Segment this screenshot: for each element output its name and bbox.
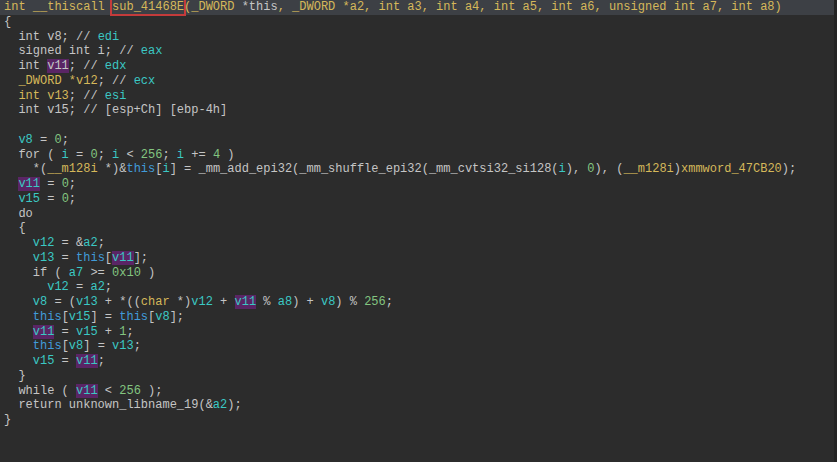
code-token[interactable]: ; xyxy=(69,192,76,206)
function-name-annotated-box[interactable]: sub_41468E xyxy=(112,0,184,14)
code-token[interactable]: *( xyxy=(4,162,47,176)
code-token[interactable]: while ( xyxy=(4,384,76,398)
code-token[interactable]: _DWORD *v12 xyxy=(18,74,97,88)
code-token[interactable]: ]; xyxy=(134,251,148,265)
code-line[interactable]: v15 = v11; xyxy=(0,354,834,369)
code-line[interactable]: } xyxy=(0,369,834,384)
code-token[interactable]: < xyxy=(98,384,120,398)
code-token[interactable]: v12 xyxy=(47,280,69,294)
code-token[interactable]: return unknown_libname_19(& xyxy=(4,398,213,412)
code-token[interactable] xyxy=(4,251,33,265)
code-token[interactable]: = xyxy=(33,133,55,147)
code-token[interactable]: v8 xyxy=(69,339,83,353)
code-token[interactable]: = xyxy=(40,192,62,206)
code-token[interactable] xyxy=(4,74,18,88)
code-token[interactable]: v8 xyxy=(33,295,47,309)
code-token[interactable] xyxy=(4,89,18,103)
code-token[interactable]: *) xyxy=(170,295,192,309)
code-token[interactable]: ) xyxy=(141,266,155,280)
code-token[interactable]: if ( xyxy=(4,266,69,280)
code-line[interactable]: v8 = 0; xyxy=(0,133,834,148)
code-token[interactable] xyxy=(4,295,33,309)
code-token[interactable]: ] = xyxy=(83,339,112,353)
code-token[interactable]: ), xyxy=(566,162,588,176)
code-token[interactable]: += xyxy=(184,148,213,162)
code-token[interactable]: , xyxy=(278,0,292,14)
code-token[interactable]: ; // xyxy=(69,89,105,103)
code-line[interactable]: for ( i = 0; i < 256; i += 4 ) xyxy=(0,148,834,163)
code-token[interactable]: v8 xyxy=(321,295,335,309)
code-line-current[interactable]: int __thiscall sub_41468E(_DWORD *this, … xyxy=(0,0,834,15)
code-token[interactable]: this xyxy=(119,310,148,324)
code-line[interactable]: v11 = v15 + 1; xyxy=(0,325,834,340)
code-token[interactable]: v15 xyxy=(76,325,98,339)
code-token[interactable]: int xyxy=(4,59,47,73)
code-token[interactable]: a2 xyxy=(83,236,97,250)
code-token[interactable] xyxy=(4,354,33,368)
code-line[interactable]: if ( a7 >= 0x10 ) xyxy=(0,266,834,281)
code-token[interactable]: 0x10 xyxy=(112,266,141,280)
code-token[interactable] xyxy=(4,325,33,339)
code-token[interactable]: 4 xyxy=(213,148,220,162)
code-line[interactable]: int v15; // [esp+Ch] [ebp-4h] xyxy=(0,103,834,118)
code-token[interactable]: edx xyxy=(105,59,127,73)
code-token[interactable]: ; xyxy=(98,236,105,250)
code-token[interactable]: { xyxy=(4,15,11,29)
code-token[interactable]: 0 xyxy=(54,133,61,147)
code-token[interactable]: ] = _mm_add_epi32(_mm_shuffle_epi32(_mm_… xyxy=(170,162,559,176)
code-token[interactable]: >= xyxy=(83,266,112,280)
code-line[interactable]: int v11; // edx xyxy=(0,59,834,74)
code-token[interactable]: } xyxy=(4,369,26,383)
code-line[interactable]: { xyxy=(0,15,834,30)
code-token[interactable]: a2 xyxy=(90,280,104,294)
code-token[interactable]: char xyxy=(141,295,170,309)
code-token[interactable]: int v13 xyxy=(18,89,68,103)
code-token[interactable]: v15 xyxy=(69,310,91,324)
code-token[interactable]: = xyxy=(69,280,91,294)
code-token[interactable]: do xyxy=(4,207,33,221)
code-token[interactable]: *)& xyxy=(98,162,127,176)
code-token[interactable]: ; xyxy=(386,295,393,309)
code-token[interactable]: + xyxy=(98,325,120,339)
code-line[interactable]: *(__m128i *)&this[i] = _mm_add_epi32(_mm… xyxy=(0,162,834,177)
highlighted-identifier-occurrence[interactable]: v11 xyxy=(18,177,40,191)
code-token[interactable]: ; xyxy=(98,354,105,368)
code-line[interactable]: this[v8] = v13; xyxy=(0,339,834,354)
code-token[interactable]: 256 xyxy=(119,384,141,398)
code-token[interactable]: [ xyxy=(105,251,112,265)
code-token[interactable]: 256 xyxy=(141,148,163,162)
code-token[interactable]: eax xyxy=(141,44,163,58)
code-line[interactable]: this[v15] = this[v8]; xyxy=(0,310,834,325)
code-token[interactable]: 0 xyxy=(587,162,594,176)
code-token[interactable]: + *(( xyxy=(98,295,141,309)
highlighted-identifier-occurrence[interactable]: v11 xyxy=(33,325,55,339)
code-token[interactable]: _DWORD *a2, int a3, int a4, int a5, int … xyxy=(292,0,782,14)
code-token[interactable]: ; // xyxy=(98,74,134,88)
highlighted-identifier-occurrence[interactable]: v11 xyxy=(76,384,98,398)
highlighted-identifier-occurrence[interactable]: v11 xyxy=(235,295,257,309)
code-token[interactable]: [ xyxy=(62,339,69,353)
code-line[interactable] xyxy=(0,118,834,133)
code-token[interactable]: ; xyxy=(134,339,141,353)
code-line[interactable]: return unknown_libname_19(&a2); xyxy=(0,398,834,413)
code-token[interactable]: int v15; // [esp+Ch] [ebp-4h] xyxy=(4,103,227,117)
highlighted-identifier-occurrence[interactable]: v11 xyxy=(76,354,98,368)
code-line[interactable]: v11 = 0; xyxy=(0,177,834,192)
code-token[interactable]: 0 xyxy=(62,177,69,191)
code-token[interactable]: { xyxy=(4,221,26,235)
code-line[interactable]: v15 = 0; xyxy=(0,192,834,207)
code-line[interactable]: v12 = &a2; xyxy=(0,236,834,251)
code-token[interactable]: } xyxy=(4,413,11,427)
code-token[interactable]: ), ( xyxy=(595,162,624,176)
code-token[interactable]: v12 xyxy=(191,295,213,309)
code-token[interactable]: int __thiscall xyxy=(4,0,112,14)
code-token[interactable]: ); xyxy=(141,384,163,398)
code-token[interactable]: i xyxy=(162,162,169,176)
code-token[interactable] xyxy=(4,133,18,147)
code-line[interactable]: v12 = a2; xyxy=(0,280,834,295)
code-token[interactable]: i xyxy=(559,162,566,176)
code-token[interactable]: esi xyxy=(105,89,127,103)
code-line[interactable]: int v8; // edi xyxy=(0,30,834,45)
pseudocode-view[interactable]: int __thiscall sub_41468E(_DWORD *this, … xyxy=(0,0,834,462)
code-token[interactable] xyxy=(4,280,47,294)
